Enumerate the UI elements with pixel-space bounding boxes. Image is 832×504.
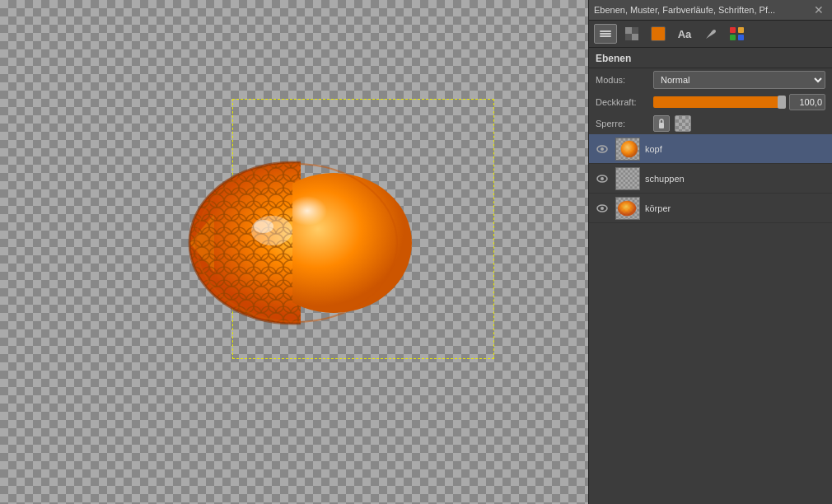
svg-point-29 (601, 147, 604, 151)
svg-rect-23 (730, 27, 736, 33)
svg-point-44 (601, 207, 604, 210)
lock-alpha-button[interactable] (675, 115, 691, 132)
tab-color[interactable] (647, 24, 670, 44)
svg-rect-27 (659, 123, 664, 128)
layer-name-kopf: kopf (645, 144, 827, 154)
tab-misc[interactable] (726, 24, 749, 44)
svg-point-50 (618, 200, 636, 216)
svg-point-35 (621, 140, 638, 157)
modus-select[interactable]: Normal Multiplizieren Aufhellen Überlage… (653, 71, 825, 89)
layer-name-schuppen: schuppen (645, 174, 827, 184)
lock-position-button[interactable] (653, 115, 670, 132)
layers-header: Ebenen (589, 48, 832, 68)
modus-label: Modus: (596, 75, 648, 85)
svg-rect-25 (730, 35, 736, 40)
svg-rect-42 (616, 167, 639, 189)
svg-rect-20 (632, 27, 638, 34)
svg-point-11 (284, 194, 350, 243)
layer-visibility-koerper[interactable] (594, 200, 610, 217)
panel-titlebar: Ebenen, Muster, Farbverläufe, Schriften,… (589, 0, 832, 21)
sperre-row: Sperre: (589, 113, 832, 134)
svg-point-22 (713, 30, 716, 33)
tab-icons-row: Aa (589, 21, 832, 48)
svg-rect-17 (600, 35, 611, 37)
tab-text[interactable]: Aa (673, 24, 696, 44)
svg-rect-21 (625, 34, 632, 40)
layer-thumb-koerper (615, 197, 640, 220)
svg-rect-15 (600, 30, 611, 32)
layer-item-koerper[interactable]: körper (589, 194, 832, 223)
layer-visibility-kopf[interactable] (594, 141, 610, 157)
svg-rect-26 (738, 35, 744, 40)
layers-section: Ebenen Modus: Normal Multiplizieren Aufh… (589, 48, 832, 504)
svg-point-37 (601, 177, 604, 180)
deckkraft-slider-container: 100,0 (653, 94, 825, 110)
layer-thumb-kopf (615, 138, 640, 161)
svg-rect-19 (632, 34, 638, 40)
layer-thumb-schuppen (615, 167, 640, 190)
layer-name-koerper: körper (645, 203, 827, 213)
tab-brush[interactable] (699, 24, 722, 44)
layer-item-kopf[interactable]: kopf (589, 134, 832, 164)
sperre-label: Sperre: (596, 119, 648, 128)
svg-rect-18 (625, 27, 632, 34)
panel-title: Ebenen, Muster, Farbverläufe, Schriften,… (594, 5, 811, 15)
fish-object (165, 115, 445, 354)
deckkraft-slider[interactable] (653, 96, 786, 108)
tab-layers[interactable] (594, 24, 617, 44)
layer-visibility-schuppen[interactable] (594, 170, 610, 187)
deckkraft-label: Deckkraft: (596, 97, 648, 107)
svg-point-14 (254, 220, 273, 233)
tab-patterns[interactable] (620, 24, 643, 44)
deckkraft-value: 100,0 (789, 94, 825, 110)
modus-row: Modus: Normal Multiplizieren Aufhellen Ü… (589, 68, 832, 91)
right-panel: Ebenen, Muster, Farbverläufe, Schriften,… (588, 0, 832, 504)
layer-item-schuppen[interactable]: schuppen (589, 164, 832, 194)
panel-close-button[interactable]: ✕ (811, 3, 827, 16)
deckkraft-row: Deckkraft: 100,0 (589, 91, 832, 113)
svg-rect-16 (600, 33, 611, 35)
layers-list: kopf (589, 134, 832, 504)
canvas-area[interactable] (0, 0, 588, 504)
svg-rect-24 (738, 27, 744, 33)
